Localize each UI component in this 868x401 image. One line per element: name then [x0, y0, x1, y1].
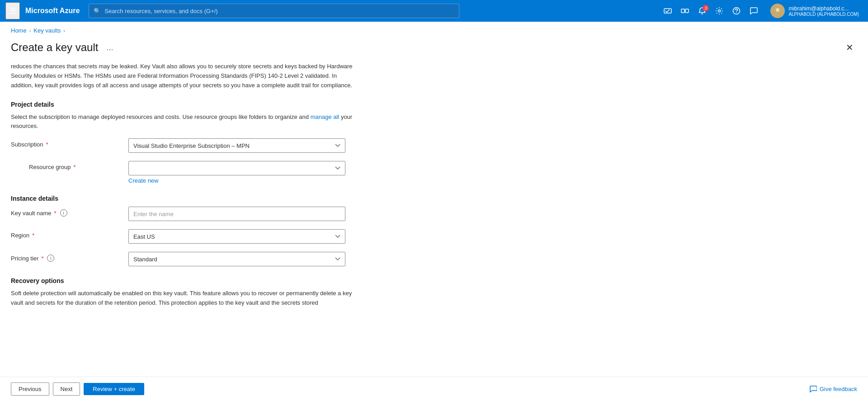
- key-vault-name-label: Key vault name * i: [11, 207, 128, 217]
- search-icon: 🔍: [94, 8, 101, 14]
- user-tenant: ALPHABOLD (ALPHABOLD.COM): [788, 12, 859, 17]
- recovery-options-description: Soft delete protection will automaticall…: [11, 289, 354, 308]
- subscription-field: Visual Studio Enterprise Subscription – …: [128, 138, 345, 153]
- user-email: mibrahim@alphabold.c...: [788, 5, 859, 12]
- resource-group-row: Resource group * Create new: [11, 161, 445, 184]
- give-feedback-button[interactable]: Give feedback: [810, 386, 857, 393]
- breadcrumb-key-vaults[interactable]: Key vaults: [33, 27, 61, 34]
- cloud-shell-icon: [664, 7, 672, 15]
- key-vault-name-info-icon[interactable]: i: [60, 209, 67, 217]
- svg-point-6: [736, 12, 737, 13]
- search-input[interactable]: [104, 8, 454, 14]
- svg-rect-2: [685, 9, 689, 13]
- subscription-row: Subscription * Visual Studio Enterprise …: [11, 138, 445, 153]
- recovery-options-title: Recovery options: [11, 277, 857, 284]
- cloud-shell-button[interactable]: [660, 4, 675, 18]
- key-vault-name-input[interactable]: [128, 207, 345, 221]
- notifications-badge: 3: [703, 5, 709, 11]
- give-feedback-label: Give feedback: [820, 386, 857, 392]
- create-new-link[interactable]: Create new: [128, 177, 158, 184]
- instance-details-title: Instance details: [11, 195, 857, 202]
- help-button[interactable]: [729, 4, 744, 18]
- settings-icon: [715, 7, 723, 15]
- breadcrumb-home[interactable]: Home: [11, 27, 27, 34]
- breadcrumb: Home › Key vaults ›: [0, 22, 868, 37]
- breadcrumb-sep-1: ›: [29, 28, 31, 33]
- give-feedback-icon: [810, 386, 817, 393]
- key-vault-name-field: [128, 207, 345, 221]
- pricing-tier-field: StandardPremium: [128, 252, 345, 266]
- directory-button[interactable]: [677, 4, 693, 18]
- next-button[interactable]: Next: [53, 382, 80, 396]
- region-required: *: [32, 232, 34, 239]
- previous-button[interactable]: Previous: [11, 382, 49, 396]
- svg-point-7: [776, 8, 779, 12]
- subscription-select[interactable]: Visual Studio Enterprise Subscription – …: [128, 138, 345, 153]
- resource-group-label: Resource group *: [11, 161, 128, 170]
- region-select[interactable]: East USWest USWest US 2Central USNorth E…: [128, 229, 345, 244]
- hamburger-icon: ☰: [9, 6, 16, 15]
- project-details-sub: Select the subscription to manage deploy…: [11, 113, 354, 130]
- settings-button[interactable]: [712, 4, 727, 18]
- nav-icons: 3: [660, 4, 761, 18]
- pricing-tier-row: Pricing tier * i StandardPremium: [11, 252, 445, 266]
- top-nav: ☰ Microsoft Azure 🔍 3: [0, 0, 868, 22]
- user-menu[interactable]: mibrahim@alphabold.c... ALPHABOLD (ALPHA…: [767, 2, 863, 20]
- feedback-nav-button[interactable]: [746, 4, 761, 18]
- pricing-tier-required: *: [41, 255, 43, 262]
- resource-group-select[interactable]: [128, 161, 345, 175]
- page-menu-button[interactable]: ...: [104, 42, 116, 53]
- bottom-bar: Previous Next Review + create Give feedb…: [0, 377, 868, 401]
- region-row: Region * East USWest USWest US 2Central …: [11, 229, 445, 244]
- region-label: Region *: [11, 229, 128, 239]
- region-field: East USWest USWest US 2Central USNorth E…: [128, 229, 345, 244]
- page-title: Create a key vault: [11, 41, 98, 54]
- brand-name: Microsoft Azure: [25, 7, 80, 15]
- manage-link[interactable]: manage all: [311, 113, 340, 120]
- pricing-tier-select[interactable]: StandardPremium: [128, 252, 345, 266]
- svg-rect-1: [681, 9, 684, 13]
- feedback-nav-icon: [750, 7, 758, 15]
- page-header: Create a key vault ... ✕: [0, 37, 868, 62]
- pricing-tier-label: Pricing tier * i: [11, 252, 128, 262]
- svg-point-4: [718, 10, 721, 12]
- resource-group-field: Create new: [128, 161, 345, 184]
- close-button[interactable]: ✕: [842, 40, 857, 55]
- user-avatar: [770, 4, 785, 18]
- content-scroll: reduces the chances that secrets may be …: [0, 62, 868, 377]
- avatar-image: [773, 6, 782, 15]
- hamburger-button[interactable]: ☰: [5, 2, 20, 19]
- user-info: mibrahim@alphabold.c... ALPHABOLD (ALPHA…: [788, 5, 859, 17]
- main-container: Home › Key vaults › Create a key vault .…: [0, 22, 868, 401]
- resource-group-label-text: Resource group: [29, 164, 71, 170]
- subscription-required: *: [46, 141, 48, 148]
- breadcrumb-sep-2: ›: [63, 28, 65, 33]
- help-icon: [732, 7, 741, 15]
- resource-group-required: *: [74, 164, 76, 170]
- description-text: reduces the chances that secrets may be …: [11, 62, 354, 90]
- search-bar[interactable]: 🔍: [89, 4, 459, 18]
- key-vault-name-row: Key vault name * i: [11, 207, 445, 221]
- notifications-button[interactable]: 3: [694, 4, 710, 18]
- review-create-button[interactable]: Review + create: [84, 383, 144, 395]
- subscription-label: Subscription *: [11, 138, 128, 148]
- project-details-title: Project details: [11, 101, 857, 108]
- directory-icon: [681, 7, 689, 15]
- key-vault-name-required: *: [54, 210, 57, 217]
- pricing-tier-info-icon[interactable]: i: [47, 255, 54, 262]
